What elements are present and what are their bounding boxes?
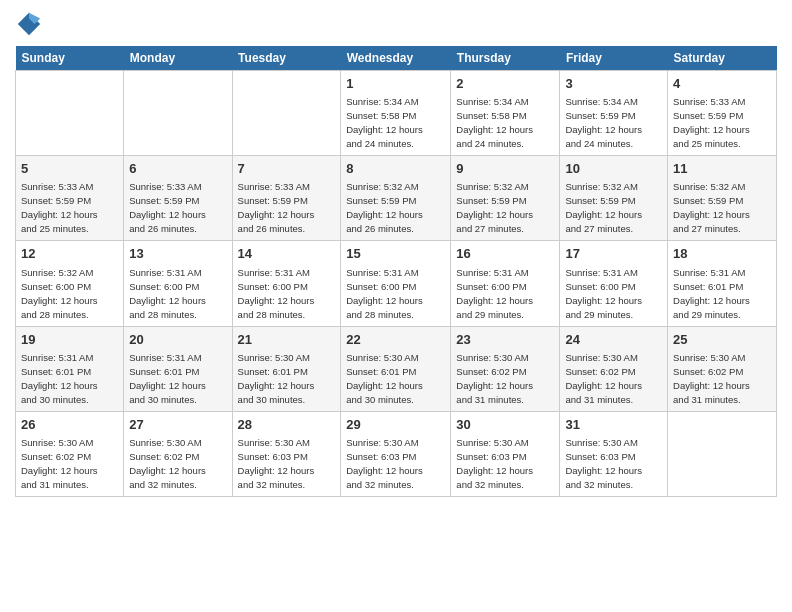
day-info: Sunrise: 5:33 AM Sunset: 5:59 PM Dayligh… [238,181,315,234]
weekday-header-thursday: Thursday [451,46,560,71]
day-number: 19 [21,331,118,349]
day-info: Sunrise: 5:31 AM Sunset: 6:00 PM Dayligh… [565,267,642,320]
calendar-cell: 26Sunrise: 5:30 AM Sunset: 6:02 PM Dayli… [16,411,124,496]
day-info: Sunrise: 5:30 AM Sunset: 6:03 PM Dayligh… [456,437,533,490]
weekday-header-friday: Friday [560,46,668,71]
day-info: Sunrise: 5:30 AM Sunset: 6:03 PM Dayligh… [238,437,315,490]
day-info: Sunrise: 5:30 AM Sunset: 6:02 PM Dayligh… [456,352,533,405]
calendar-cell: 27Sunrise: 5:30 AM Sunset: 6:02 PM Dayli… [124,411,232,496]
calendar-cell: 16Sunrise: 5:31 AM Sunset: 6:00 PM Dayli… [451,241,560,326]
day-number: 13 [129,245,226,263]
day-info: Sunrise: 5:32 AM Sunset: 5:59 PM Dayligh… [673,181,750,234]
day-info: Sunrise: 5:32 AM Sunset: 5:59 PM Dayligh… [456,181,533,234]
calendar-cell: 1Sunrise: 5:34 AM Sunset: 5:58 PM Daylig… [341,71,451,156]
day-number: 11 [673,160,771,178]
day-number: 29 [346,416,445,434]
day-info: Sunrise: 5:34 AM Sunset: 5:58 PM Dayligh… [456,96,533,149]
day-info: Sunrise: 5:30 AM Sunset: 6:03 PM Dayligh… [565,437,642,490]
calendar-week-2: 5Sunrise: 5:33 AM Sunset: 5:59 PM Daylig… [16,156,777,241]
day-number: 3 [565,75,662,93]
day-info: Sunrise: 5:31 AM Sunset: 6:01 PM Dayligh… [673,267,750,320]
calendar-cell: 24Sunrise: 5:30 AM Sunset: 6:02 PM Dayli… [560,326,668,411]
day-number: 7 [238,160,336,178]
day-number: 6 [129,160,226,178]
calendar-cell: 20Sunrise: 5:31 AM Sunset: 6:01 PM Dayli… [124,326,232,411]
calendar-cell: 13Sunrise: 5:31 AM Sunset: 6:00 PM Dayli… [124,241,232,326]
day-info: Sunrise: 5:33 AM Sunset: 5:59 PM Dayligh… [21,181,98,234]
calendar-cell: 31Sunrise: 5:30 AM Sunset: 6:03 PM Dayli… [560,411,668,496]
day-info: Sunrise: 5:31 AM Sunset: 6:00 PM Dayligh… [238,267,315,320]
day-info: Sunrise: 5:33 AM Sunset: 5:59 PM Dayligh… [129,181,206,234]
weekday-header-sunday: Sunday [16,46,124,71]
calendar-week-1: 1Sunrise: 5:34 AM Sunset: 5:58 PM Daylig… [16,71,777,156]
calendar-cell [232,71,341,156]
calendar-cell: 17Sunrise: 5:31 AM Sunset: 6:00 PM Dayli… [560,241,668,326]
day-info: Sunrise: 5:31 AM Sunset: 6:00 PM Dayligh… [456,267,533,320]
day-number: 27 [129,416,226,434]
calendar-cell: 30Sunrise: 5:30 AM Sunset: 6:03 PM Dayli… [451,411,560,496]
day-number: 14 [238,245,336,263]
logo [15,10,47,38]
calendar-cell: 14Sunrise: 5:31 AM Sunset: 6:00 PM Dayli… [232,241,341,326]
calendar-cell: 4Sunrise: 5:33 AM Sunset: 5:59 PM Daylig… [668,71,777,156]
calendar-cell: 8Sunrise: 5:32 AM Sunset: 5:59 PM Daylig… [341,156,451,241]
day-info: Sunrise: 5:32 AM Sunset: 5:59 PM Dayligh… [565,181,642,234]
calendar-cell: 15Sunrise: 5:31 AM Sunset: 6:00 PM Dayli… [341,241,451,326]
day-number: 31 [565,416,662,434]
day-number: 17 [565,245,662,263]
weekday-header-wednesday: Wednesday [341,46,451,71]
calendar-cell: 23Sunrise: 5:30 AM Sunset: 6:02 PM Dayli… [451,326,560,411]
day-info: Sunrise: 5:33 AM Sunset: 5:59 PM Dayligh… [673,96,750,149]
day-number: 26 [21,416,118,434]
day-info: Sunrise: 5:31 AM Sunset: 6:01 PM Dayligh… [129,352,206,405]
calendar-cell: 18Sunrise: 5:31 AM Sunset: 6:01 PM Dayli… [668,241,777,326]
calendar-cell: 29Sunrise: 5:30 AM Sunset: 6:03 PM Dayli… [341,411,451,496]
day-number: 4 [673,75,771,93]
calendar-cell: 25Sunrise: 5:30 AM Sunset: 6:02 PM Dayli… [668,326,777,411]
day-info: Sunrise: 5:31 AM Sunset: 6:00 PM Dayligh… [129,267,206,320]
day-number: 9 [456,160,554,178]
calendar-cell: 9Sunrise: 5:32 AM Sunset: 5:59 PM Daylig… [451,156,560,241]
day-number: 15 [346,245,445,263]
calendar-cell [16,71,124,156]
day-number: 20 [129,331,226,349]
calendar-cell [668,411,777,496]
calendar-week-5: 26Sunrise: 5:30 AM Sunset: 6:02 PM Dayli… [16,411,777,496]
day-info: Sunrise: 5:30 AM Sunset: 6:02 PM Dayligh… [129,437,206,490]
calendar-cell: 7Sunrise: 5:33 AM Sunset: 5:59 PM Daylig… [232,156,341,241]
day-number: 22 [346,331,445,349]
day-info: Sunrise: 5:31 AM Sunset: 6:01 PM Dayligh… [21,352,98,405]
weekday-header-monday: Monday [124,46,232,71]
day-info: Sunrise: 5:30 AM Sunset: 6:01 PM Dayligh… [238,352,315,405]
day-number: 25 [673,331,771,349]
calendar-cell: 5Sunrise: 5:33 AM Sunset: 5:59 PM Daylig… [16,156,124,241]
calendar-week-4: 19Sunrise: 5:31 AM Sunset: 6:01 PM Dayli… [16,326,777,411]
day-info: Sunrise: 5:34 AM Sunset: 5:58 PM Dayligh… [346,96,423,149]
day-number: 2 [456,75,554,93]
day-info: Sunrise: 5:31 AM Sunset: 6:00 PM Dayligh… [346,267,423,320]
day-info: Sunrise: 5:30 AM Sunset: 6:02 PM Dayligh… [21,437,98,490]
calendar-cell: 19Sunrise: 5:31 AM Sunset: 6:01 PM Dayli… [16,326,124,411]
day-info: Sunrise: 5:30 AM Sunset: 6:01 PM Dayligh… [346,352,423,405]
day-number: 28 [238,416,336,434]
calendar-cell: 2Sunrise: 5:34 AM Sunset: 5:58 PM Daylig… [451,71,560,156]
day-info: Sunrise: 5:30 AM Sunset: 6:02 PM Dayligh… [673,352,750,405]
day-number: 12 [21,245,118,263]
day-number: 1 [346,75,445,93]
weekday-header-row: SundayMondayTuesdayWednesdayThursdayFrid… [16,46,777,71]
day-info: Sunrise: 5:32 AM Sunset: 6:00 PM Dayligh… [21,267,98,320]
calendar-cell: 11Sunrise: 5:32 AM Sunset: 5:59 PM Dayli… [668,156,777,241]
day-info: Sunrise: 5:30 AM Sunset: 6:03 PM Dayligh… [346,437,423,490]
calendar-cell: 12Sunrise: 5:32 AM Sunset: 6:00 PM Dayli… [16,241,124,326]
day-number: 8 [346,160,445,178]
calendar-cell [124,71,232,156]
calendar-cell: 22Sunrise: 5:30 AM Sunset: 6:01 PM Dayli… [341,326,451,411]
calendar-table: SundayMondayTuesdayWednesdayThursdayFrid… [15,46,777,497]
calendar-cell: 6Sunrise: 5:33 AM Sunset: 5:59 PM Daylig… [124,156,232,241]
day-info: Sunrise: 5:30 AM Sunset: 6:02 PM Dayligh… [565,352,642,405]
calendar-cell: 3Sunrise: 5:34 AM Sunset: 5:59 PM Daylig… [560,71,668,156]
day-number: 16 [456,245,554,263]
page-header [15,10,777,38]
calendar-cell: 10Sunrise: 5:32 AM Sunset: 5:59 PM Dayli… [560,156,668,241]
day-info: Sunrise: 5:32 AM Sunset: 5:59 PM Dayligh… [346,181,423,234]
